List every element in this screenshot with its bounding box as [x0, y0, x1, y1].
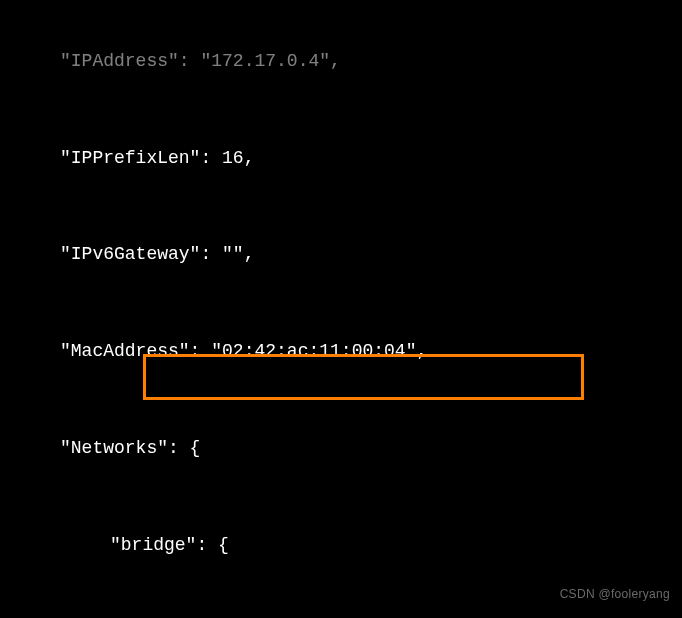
json-line: "IPPrefixLen": 16,: [0, 142, 682, 174]
json-line: "MacAddress": "02:42:ac:11:00:04",: [0, 335, 682, 367]
terminal-output: "IPAddress": "172.17.0.4", "IPPrefixLen"…: [0, 0, 682, 618]
watermark: CSDN @fooleryang: [560, 584, 670, 606]
json-line: "Networks": {: [0, 432, 682, 464]
json-line: "IPAddress": "172.17.0.4",: [0, 45, 682, 77]
json-line: "IPv6Gateway": "",: [0, 238, 682, 270]
json-line: "bridge": {: [0, 529, 682, 561]
